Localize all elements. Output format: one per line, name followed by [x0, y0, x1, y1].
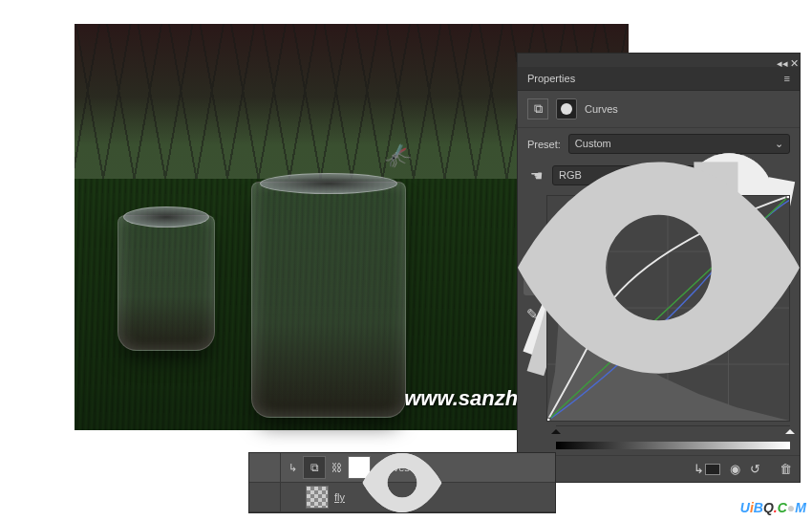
panel-footer: ↳ ◉ ↺ 🗑	[518, 455, 800, 482]
small-jar	[118, 215, 215, 351]
layers-panel-excerpt: ↳ ⧉ ⛓ Curves 1 fly	[248, 452, 556, 513]
visibility-eye-icon[interactable]	[249, 483, 281, 511]
watermark-corner: UiBQ.C●M	[740, 500, 806, 515]
layer-row-fly[interactable]: fly	[249, 483, 555, 512]
large-jar	[251, 182, 406, 418]
properties-panel: ◂◂ ✕ Properties ≡ ⧉ Curves Preset: Custo…	[517, 53, 801, 483]
